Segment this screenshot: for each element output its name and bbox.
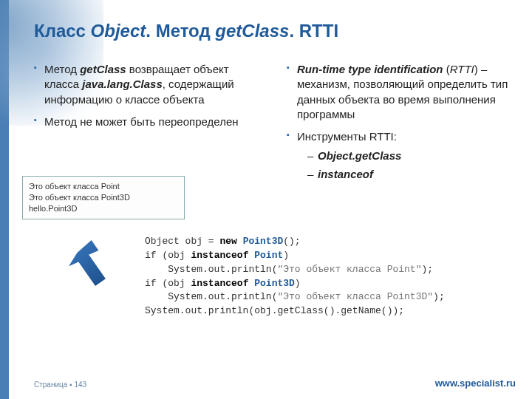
left-bullets: Метод getClass возвращает объект класса … [34, 62, 265, 129]
title-mid: . Метод [146, 21, 215, 41]
right-bullet-1: Run-time type identification (RTTI) – ме… [287, 62, 517, 122]
footer-page: Страница ▪ 143 [34, 381, 86, 389]
left-column: Метод getClass возвращает объект класса … [34, 62, 265, 189]
sub-bullet-1: Object.getClass [297, 149, 517, 163]
columns: Метод getClass возвращает объект класса … [34, 62, 517, 189]
title-post: . RTTI [289, 21, 338, 41]
slide-content: Класс Object. Метод getClass. RTTI Метод… [34, 21, 517, 377]
output-line-3: hello.Point3D [29, 203, 178, 214]
code-block: Object obj = new Point3D(); if (obj inst… [145, 235, 445, 318]
left-accent-strip [0, 0, 9, 399]
title-pre: Класс [34, 21, 91, 41]
right-column: Run-time type identification (RTTI) – ме… [287, 62, 517, 189]
right-bullet-2: Инструменты RTTI: Object.getClass instan… [287, 129, 517, 182]
title-method: getClass [215, 21, 289, 41]
left-bullet-1: Метод getClass возвращает объект класса … [34, 62, 265, 107]
output-box: Это объект класса Point Это объект класс… [22, 176, 185, 219]
output-line-2: Это объект класса Point3D [29, 192, 178, 203]
sub-bullet-2: instanceof [297, 167, 517, 182]
right-bullets: Run-time type identification (RTTI) – ме… [287, 62, 517, 182]
slide-title: Класс Object. Метод getClass. RTTI [34, 21, 517, 41]
footer-site: www.specialist.ru [435, 378, 516, 389]
sub-bullets: Object.getClass instanceof [297, 149, 517, 182]
left-bullet-2: Метод не может быть переопределен [34, 115, 265, 129]
output-line-1: Это объект класса Point [29, 181, 178, 192]
title-object: Object [91, 21, 146, 41]
svg-marker-0 [66, 237, 112, 287]
arrow-icon [64, 235, 123, 294]
